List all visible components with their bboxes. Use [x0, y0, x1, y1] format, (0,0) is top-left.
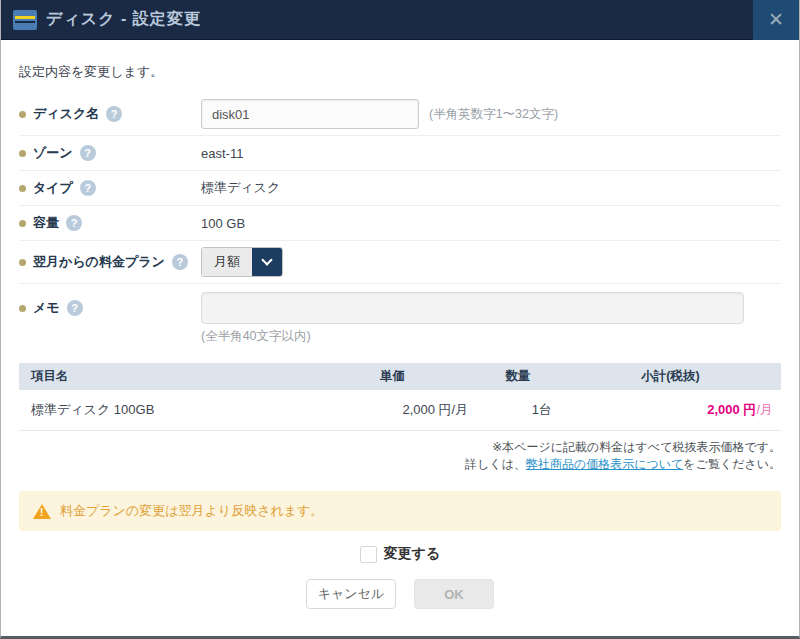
- close-button[interactable]: ✕: [753, 0, 799, 40]
- help-icon[interactable]: ?: [67, 300, 83, 316]
- cell-item: 標準ディスク 100GB: [19, 390, 309, 431]
- disk-name-label: ディスク名: [33, 105, 99, 123]
- tax-notes: ※本ページに記載の料金はすべて税抜表示価格です。 詳しくは、弊社商品の価格表示に…: [19, 439, 781, 473]
- dialog-titlebar: ディスク - 設定変更 ✕: [1, 0, 799, 40]
- warning-banner: 料金プランの変更は翌月より反映されます。: [19, 491, 781, 531]
- row-type: タイプ ? 標準ディスク: [19, 171, 781, 206]
- intro-text: 設定内容を変更します。: [19, 63, 781, 81]
- bullet-icon: [19, 305, 26, 312]
- subtotal-unit: /月: [756, 402, 773, 417]
- type-label: タイプ: [33, 179, 73, 197]
- dialog-title: ディスク - 設定変更: [46, 9, 201, 30]
- col-header-quantity: 数量: [476, 363, 560, 390]
- type-value: 標準ディスク: [201, 179, 280, 197]
- warning-message: 料金プランの変更は翌月より反映されます。: [60, 502, 323, 520]
- disk-name-input[interactable]: [201, 99, 419, 129]
- cell-unit-price: 2,000 円/月: [309, 390, 477, 431]
- pricing-info-link[interactable]: 弊社商品の価格表示について: [526, 457, 683, 471]
- confirm-checkbox[interactable]: [360, 546, 377, 563]
- help-icon[interactable]: ?: [80, 145, 96, 161]
- plan-select-value: 月額: [202, 248, 252, 276]
- disk-name-hint: (半角英数字1〜32文字): [429, 106, 558, 123]
- close-icon: ✕: [768, 8, 784, 31]
- row-zone: ゾーン ? east-11: [19, 136, 781, 171]
- capacity-label: 容量: [33, 214, 59, 232]
- disk-icon: [13, 10, 37, 30]
- bullet-icon: [19, 259, 26, 266]
- memo-label: メモ: [33, 299, 60, 317]
- cancel-button[interactable]: キャンセル: [306, 579, 396, 609]
- plan-label: 翌月からの料金プラン: [33, 253, 165, 271]
- price-table: 項目名 単価 数量 小計(税抜) 標準ディスク 100GB 2,000 円/月 …: [19, 363, 781, 431]
- memo-input[interactable]: [201, 292, 744, 324]
- col-header-item: 項目名: [19, 363, 309, 390]
- cell-quantity: 1台: [476, 390, 560, 431]
- tax-note-line2-prefix: 詳しくは、: [465, 457, 526, 471]
- zone-value: east-11: [201, 146, 243, 161]
- subtotal-amount: 2,000 円: [707, 402, 756, 417]
- button-row: キャンセル OK: [19, 579, 781, 609]
- col-header-subtotal: 小計(税抜): [560, 363, 781, 390]
- bullet-icon: [19, 150, 26, 157]
- bullet-icon: [19, 111, 26, 118]
- help-icon[interactable]: ?: [80, 180, 96, 196]
- price-table-row: 標準ディスク 100GB 2,000 円/月 1台 2,000 円/月: [19, 390, 781, 431]
- bullet-icon: [19, 220, 26, 227]
- help-icon[interactable]: ?: [66, 215, 82, 231]
- help-icon[interactable]: ?: [106, 106, 122, 122]
- price-table-header-row: 項目名 単価 数量 小計(税抜): [19, 363, 781, 390]
- chevron-down-icon: [252, 248, 282, 276]
- row-disk-name: ディスク名 ? (半角英数字1〜32文字): [19, 93, 781, 136]
- tax-note-line1: ※本ページに記載の料金はすべて税抜表示価格です。: [492, 440, 781, 454]
- dialog-content: 設定内容を変更します。 ディスク名 ? (半角英数字1〜32文字) ゾーン ? …: [1, 63, 799, 609]
- cell-subtotal: 2,000 円/月: [560, 390, 781, 431]
- help-icon[interactable]: ?: [172, 254, 188, 270]
- tax-note-line2-suffix: をご覧ください。: [683, 457, 781, 471]
- row-capacity: 容量 ? 100 GB: [19, 206, 781, 241]
- warning-icon: [33, 504, 51, 519]
- capacity-value: 100 GB: [201, 216, 245, 231]
- confirm-row: 変更する: [19, 545, 781, 563]
- col-header-unit-price: 単価: [309, 363, 477, 390]
- bullet-icon: [19, 185, 26, 192]
- ok-button[interactable]: OK: [414, 579, 494, 609]
- confirm-checkbox-label[interactable]: 変更する: [384, 545, 441, 563]
- memo-hint: (全半角40文字以内): [201, 328, 744, 345]
- disk-settings-dialog: ディスク - 設定変更 ✕ 設定内容を変更します。 ディスク名 ? (半角英数字…: [0, 0, 800, 639]
- zone-label: ゾーン: [33, 144, 73, 162]
- row-memo: メモ ? (全半角40文字以内): [19, 284, 781, 353]
- plan-select[interactable]: 月額: [201, 247, 283, 277]
- row-plan: 翌月からの料金プラン ? 月額: [19, 241, 781, 284]
